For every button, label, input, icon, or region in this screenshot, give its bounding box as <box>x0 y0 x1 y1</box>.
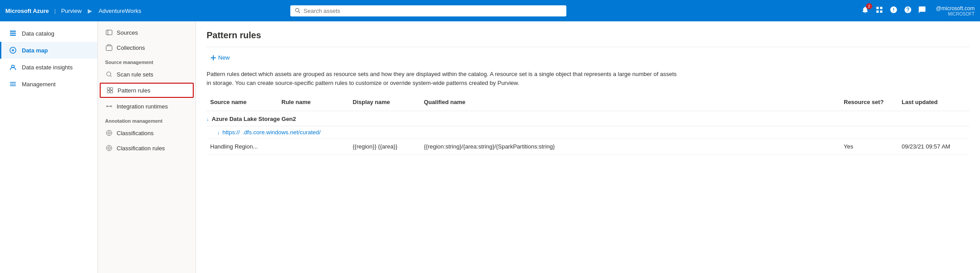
page-title: Pattern rules <box>207 30 969 40</box>
top-navigation: Microsoft Azure | Purview ▶ AdventureWor… <box>0 0 980 21</box>
table-header: Source name Rule name Display name Quali… <box>207 96 969 111</box>
search-icon <box>295 8 301 14</box>
management-icon <box>8 80 17 88</box>
source-row[interactable]: ↓ https:// .dfs.core.windows.net/curated… <box>207 126 969 139</box>
subnav-label-classifications: Classifications <box>117 130 154 136</box>
help-icon[interactable] <box>904 6 912 16</box>
svg-rect-18 <box>110 88 113 90</box>
sidebar-label-data-map: Data map <box>22 47 48 54</box>
pattern-rules-table: Source name Rule name Display name Quali… <box>207 96 969 155</box>
svg-rect-13 <box>10 85 16 86</box>
svg-point-0 <box>296 8 299 12</box>
col-source-name: Source name <box>207 96 278 108</box>
svg-point-16 <box>107 72 111 76</box>
sidebar-item-data-catalog[interactable]: Data catalog <box>0 25 98 42</box>
bell-icon[interactable] <box>890 6 898 16</box>
svg-rect-6 <box>10 31 16 32</box>
col-display-name: Display name <box>349 96 420 108</box>
sidebar-item-data-map[interactable]: Data map <box>0 42 98 59</box>
svg-rect-8 <box>10 35 16 36</box>
cell-rule-name <box>278 145 349 149</box>
nav-icons: 2 @microsoft.com MICROSOFT <box>861 5 975 16</box>
source-chevron: ↓ <box>217 130 220 135</box>
grid-icon[interactable] <box>875 6 883 16</box>
plus-icon <box>210 55 216 61</box>
description: Pattern rules detect which assets are gr… <box>207 70 679 87</box>
scan-rules-icon <box>105 70 113 78</box>
user-info[interactable]: @microsoft.com MICROSOFT <box>936 5 975 16</box>
svg-point-26 <box>106 145 112 151</box>
svg-rect-2 <box>876 7 878 9</box>
main-layout: Data catalog Data map Data estate insigh… <box>0 21 980 273</box>
nav-purview[interactable]: Purview <box>61 8 81 14</box>
sidebar-label-management: Management <box>22 81 56 88</box>
catalog-icon <box>8 29 17 38</box>
title-divider <box>207 47 969 47</box>
cell-display-name: {{region}} {{area}} <box>349 141 420 152</box>
col-resource-set: Resource set? <box>840 96 898 108</box>
svg-rect-17 <box>107 88 110 90</box>
cell-last-updated: 09/23/21 09:57 AM <box>898 141 969 152</box>
subnav-item-classification-rules[interactable]: Classification rules <box>98 141 195 156</box>
feedback-icon[interactable] <box>918 6 926 16</box>
new-button[interactable]: New <box>207 52 233 63</box>
sidebar: Data catalog Data map Data estate insigh… <box>0 21 98 273</box>
col-last-updated: Last updated <box>898 96 969 108</box>
source-link[interactable]: https:// <box>223 129 240 136</box>
cell-resource-set: Yes <box>840 141 898 152</box>
section-chevron: ↓ <box>207 116 209 122</box>
classification-rules-icon <box>105 144 113 152</box>
subnav-section-annotation-mgmt: Annotation management <box>98 114 195 125</box>
svg-rect-20 <box>110 91 113 93</box>
notifications-icon[interactable]: 2 <box>861 6 869 16</box>
collections-icon <box>105 44 113 52</box>
svg-point-27 <box>108 147 110 149</box>
subnav-item-classifications[interactable]: Classifications <box>98 125 195 141</box>
toolbar: New <box>207 52 969 63</box>
subnav-label-scan-rule-sets: Scan rule sets <box>117 71 153 78</box>
source-qualified[interactable]: .dfs.core.windows.net/curated/ <box>243 129 321 136</box>
svg-point-24 <box>106 130 112 136</box>
datamap-icon <box>8 46 17 55</box>
subnav-item-sources[interactable]: Sources <box>98 25 195 40</box>
sidebar-item-data-estate[interactable]: Data estate insights <box>0 59 98 76</box>
svg-rect-11 <box>10 82 16 83</box>
svg-rect-4 <box>876 11 878 13</box>
svg-rect-7 <box>10 33 16 34</box>
user-org: MICROSOFT <box>936 12 975 16</box>
brand-label: Microsoft Azure <box>5 8 49 14</box>
search-bar[interactable] <box>290 5 566 16</box>
subnav-label-sources: Sources <box>117 29 138 36</box>
svg-point-21 <box>106 106 108 107</box>
svg-rect-14 <box>106 30 112 35</box>
integration-icon <box>105 102 113 110</box>
svg-rect-5 <box>880 11 882 13</box>
search-input[interactable] <box>304 8 562 14</box>
subnav-item-collections[interactable]: Collections <box>98 40 195 55</box>
sidebar-label-data-catalog: Data catalog <box>22 30 54 37</box>
subnav-label-classification-rules: Classification rules <box>117 145 165 152</box>
sidebar-item-management[interactable]: Management <box>0 76 98 92</box>
subnav-item-integration-runtimes[interactable]: Integration runtimes <box>98 99 195 114</box>
sources-icon <box>105 28 113 36</box>
col-rule-name: Rule name <box>278 96 349 108</box>
main-content: Pattern rules New Pattern rules detect w… <box>196 21 980 273</box>
cell-source-name: Handling Region... <box>207 141 278 152</box>
breadcrumb-arrow: ▶ <box>88 8 92 14</box>
subnav-label-collections: Collections <box>117 44 145 51</box>
subnav: Sources Collections Source management Sc… <box>98 21 196 273</box>
col-qualified-name: Qualified name <box>420 96 840 108</box>
classifications-icon <box>105 129 113 137</box>
svg-point-25 <box>108 132 110 134</box>
nav-adventureworks[interactable]: AdventureWorks <box>98 8 141 14</box>
svg-rect-12 <box>10 84 16 84</box>
sidebar-label-data-estate: Data estate insights <box>22 64 73 71</box>
svg-line-1 <box>299 12 300 13</box>
svg-rect-15 <box>106 46 112 51</box>
user-email: @microsoft.com <box>936 5 975 12</box>
subnav-item-scan-rule-sets[interactable]: Scan rule sets <box>98 67 195 82</box>
subnav-label-pattern-rules: Pattern rules <box>118 87 150 94</box>
pattern-rules-icon <box>106 86 114 94</box>
subnav-item-pattern-rules[interactable]: Pattern rules <box>100 83 194 98</box>
section-azure-dls[interactable]: ↓ Azure Data Lake Storage Gen2 <box>207 112 969 126</box>
